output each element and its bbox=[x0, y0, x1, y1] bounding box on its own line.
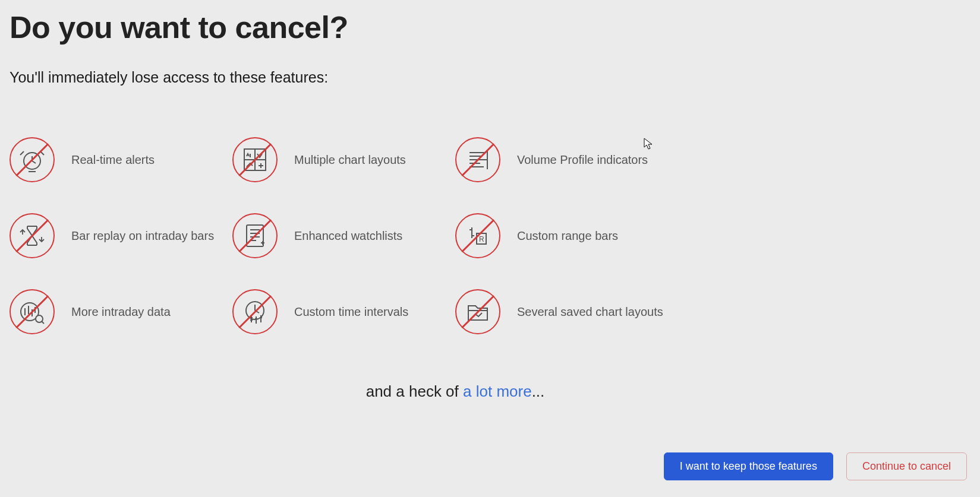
feature-item: Several saved chart layouts bbox=[455, 274, 678, 350]
grid-chart-icon bbox=[232, 137, 278, 182]
feature-item: Custom time intervals bbox=[232, 274, 455, 350]
svg-text:R: R bbox=[479, 235, 484, 243]
feature-label: Bar replay on intraday bars bbox=[71, 229, 214, 243]
range-bars-icon: R bbox=[455, 213, 500, 258]
feature-label: Volume Profile indicators bbox=[517, 153, 648, 167]
page-title: Do you want to cancel? bbox=[10, 10, 970, 45]
svg-line-2 bbox=[32, 161, 36, 163]
footer-more-text: and a heck of a lot more... bbox=[241, 382, 669, 401]
feature-label: Enhanced watchlists bbox=[294, 229, 402, 243]
feature-label: Custom time intervals bbox=[294, 305, 408, 319]
feature-item: More intraday data bbox=[10, 274, 232, 350]
feature-label: Multiple chart layouts bbox=[294, 153, 406, 167]
continue-cancel-button[interactable]: Continue to cancel bbox=[846, 452, 967, 480]
footer-prefix: and a heck of bbox=[366, 382, 463, 400]
keep-features-button[interactable]: I want to keep those features bbox=[664, 452, 833, 480]
svg-line-33 bbox=[42, 321, 44, 324]
feature-label: More intraday data bbox=[71, 305, 171, 319]
intraday-icon bbox=[10, 289, 55, 334]
footer-more-link[interactable]: a lot more bbox=[463, 382, 532, 400]
feature-item: Volume Profile indicators bbox=[455, 122, 678, 198]
time-interval-icon bbox=[232, 289, 278, 334]
feature-label: Several saved chart layouts bbox=[517, 305, 663, 319]
feature-item: Enhanced watchlists bbox=[232, 198, 455, 274]
button-row: I want to keep those features Continue t… bbox=[664, 452, 967, 480]
hourglass-icon bbox=[10, 213, 55, 258]
subtitle: You'll immediately lose access to these … bbox=[10, 69, 970, 86]
footer-suffix: ... bbox=[532, 382, 545, 400]
volume-profile-icon bbox=[455, 137, 500, 182]
feature-item: R Custom range bars bbox=[455, 198, 678, 274]
features-grid: Real-time alerts Multiple chart layouts bbox=[10, 122, 970, 350]
list-icon bbox=[232, 213, 278, 258]
clock-alert-icon bbox=[10, 137, 55, 182]
feature-item: Bar replay on intraday bars bbox=[10, 198, 232, 274]
feature-item: Multiple chart layouts bbox=[232, 122, 455, 198]
folder-chart-icon bbox=[455, 289, 500, 334]
feature-item: Real-time alerts bbox=[10, 122, 232, 198]
feature-label: Custom range bars bbox=[517, 229, 618, 243]
feature-label: Real-time alerts bbox=[71, 153, 155, 167]
